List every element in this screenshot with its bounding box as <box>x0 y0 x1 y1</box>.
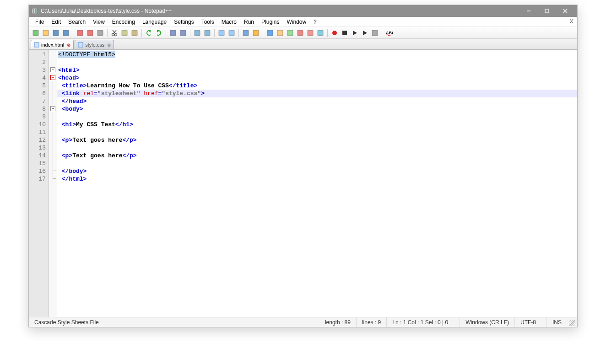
code-line[interactable]: </html> <box>57 175 577 183</box>
close-window-button[interactable] <box>556 5 574 17</box>
print-icon[interactable] <box>96 29 104 37</box>
spellcheck-icon[interactable]: ABC <box>385 29 393 37</box>
fold-cell[interactable]: − <box>49 74 57 81</box>
line-number[interactable]: 14 <box>29 152 49 160</box>
fold-cell[interactable] <box>49 167 57 175</box>
fold-cell[interactable] <box>49 89 57 97</box>
copy-icon[interactable] <box>120 29 129 37</box>
code-line[interactable]: <h1>My CSS Test</h1> <box>57 121 577 128</box>
zoom-in-icon[interactable] <box>193 29 201 37</box>
fold-cell[interactable] <box>49 144 57 151</box>
record-macro-icon[interactable] <box>330 29 339 37</box>
fold-toggle-icon[interactable]: − <box>50 106 55 111</box>
tab-index-html[interactable]: index.html⊗ <box>31 40 74 49</box>
line-number[interactable]: 7 <box>29 97 49 105</box>
fold-cell[interactable] <box>49 50 57 58</box>
indent-guide-icon[interactable] <box>266 29 274 37</box>
fold-cell[interactable]: − <box>49 66 57 74</box>
line-number[interactable]: 15 <box>29 160 49 167</box>
line-number[interactable]: 12 <box>29 136 49 144</box>
play-multi-icon[interactable] <box>361 29 369 37</box>
code-line[interactable]: <html> <box>57 66 577 74</box>
tab-close-icon[interactable]: ⊗ <box>67 43 70 48</box>
code-line[interactable]: </body> <box>57 167 577 175</box>
menu-view[interactable]: View <box>89 18 108 26</box>
code-line[interactable]: <head> <box>57 74 577 82</box>
line-number[interactable]: 11 <box>29 128 49 136</box>
maximize-button[interactable] <box>538 5 556 17</box>
fold-cell[interactable]: − <box>49 105 57 112</box>
fold-cell[interactable] <box>49 151 57 159</box>
code-line[interactable]: <p>Text goes here</p> <box>57 152 577 160</box>
fold-cell[interactable] <box>49 159 57 167</box>
menu-language[interactable]: Language <box>139 18 170 26</box>
fold-cell[interactable] <box>49 112 57 120</box>
tab-close-icon[interactable]: ⊗ <box>107 43 111 48</box>
save-all-icon[interactable] <box>62 29 70 37</box>
paste-icon[interactable] <box>130 29 139 37</box>
minimize-button[interactable] <box>519 5 538 17</box>
fold-toggle-icon[interactable]: − <box>50 67 55 72</box>
fold-cell[interactable] <box>49 97 57 105</box>
find-icon[interactable] <box>169 29 177 37</box>
zoom-out-icon[interactable] <box>203 29 211 37</box>
code-area[interactable]: <!DOCTYPE html5><html><head> <title>Lear… <box>57 50 577 317</box>
doc-map-icon[interactable] <box>286 29 294 37</box>
menu-tools[interactable]: Tools <box>198 18 218 26</box>
code-line[interactable] <box>57 144 577 152</box>
sync-h-icon[interactable] <box>227 29 236 37</box>
resize-grip-icon[interactable] <box>569 320 575 326</box>
close-file-icon[interactable] <box>76 29 84 37</box>
code-line[interactable] <box>57 59 577 66</box>
line-number-gutter[interactable]: 1234567891011121314151617 <box>29 50 49 317</box>
fold-cell[interactable] <box>49 120 57 128</box>
open-file-icon[interactable] <box>42 29 50 37</box>
sync-v-icon[interactable] <box>217 29 226 37</box>
menu-plugins[interactable]: Plugins <box>258 18 283 26</box>
line-number[interactable]: 1 <box>29 51 49 59</box>
lang-icon[interactable] <box>276 29 284 37</box>
menu-search[interactable]: Search <box>65 18 89 26</box>
fold-cell[interactable] <box>49 81 57 89</box>
all-chars-icon[interactable] <box>252 29 260 37</box>
save-icon[interactable] <box>52 29 60 37</box>
menu-[interactable]: ? <box>310 18 320 26</box>
replace-icon[interactable] <box>179 29 187 37</box>
line-number[interactable]: 8 <box>29 105 49 113</box>
line-number[interactable]: 13 <box>29 144 49 152</box>
fold-cell[interactable] <box>49 136 57 144</box>
menu-file[interactable]: File <box>32 18 48 26</box>
close-all-icon[interactable] <box>86 29 94 37</box>
monitor-icon[interactable] <box>316 29 325 37</box>
undo-icon[interactable] <box>145 29 153 37</box>
fold-cell[interactable] <box>49 175 57 182</box>
code-line[interactable]: <title>Learning How To Use CSS</title> <box>57 82 577 90</box>
menu-window[interactable]: Window <box>283 18 310 26</box>
menu-macro[interactable]: Macro <box>218 18 240 26</box>
fold-cell[interactable] <box>49 128 57 136</box>
code-line[interactable] <box>57 128 577 136</box>
line-number[interactable]: 6 <box>29 90 49 97</box>
line-number[interactable]: 2 <box>29 59 49 66</box>
folder-icon[interactable] <box>306 29 314 37</box>
save-macro-icon[interactable] <box>371 29 379 37</box>
play-macro-icon[interactable] <box>351 29 359 37</box>
code-line[interactable] <box>57 160 577 167</box>
code-line[interactable]: <p>Text goes here</p> <box>57 136 577 144</box>
fold-cell[interactable] <box>49 58 57 66</box>
code-line[interactable]: <body> <box>57 105 577 113</box>
line-number[interactable]: 17 <box>29 175 49 183</box>
code-line[interactable] <box>57 113 577 121</box>
titlebar[interactable]: C:\Users\Julia\Desktop\css-test\style.cs… <box>29 5 577 17</box>
line-number[interactable]: 4 <box>29 74 49 82</box>
tab-style-css[interactable]: style.css⊗ <box>75 40 114 49</box>
line-number[interactable]: 16 <box>29 167 49 175</box>
redo-icon[interactable] <box>155 29 163 37</box>
menu-encoding[interactable]: Encoding <box>108 18 139 26</box>
new-file-icon[interactable] <box>32 29 40 37</box>
menu-settings[interactable]: Settings <box>170 18 197 26</box>
fold-toggle-icon[interactable]: − <box>50 75 55 80</box>
cut-icon[interactable] <box>110 29 119 37</box>
close-doc-button[interactable]: X <box>569 18 574 25</box>
line-number[interactable]: 3 <box>29 66 49 74</box>
